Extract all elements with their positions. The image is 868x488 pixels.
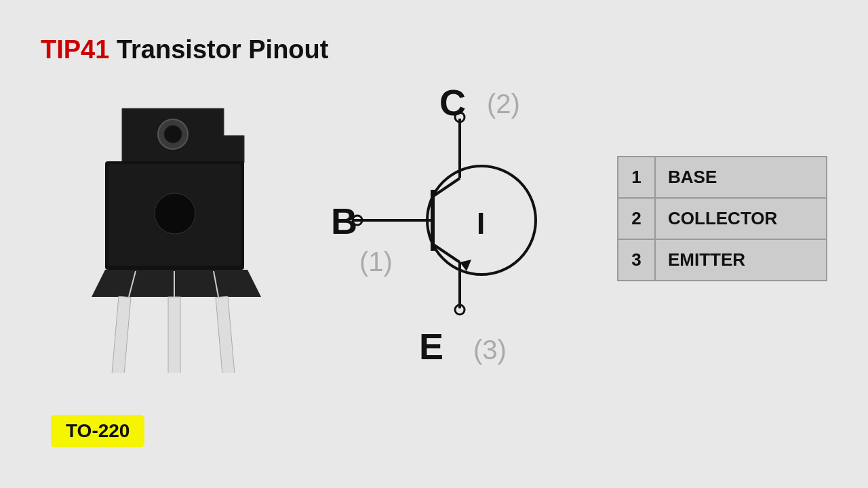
transistor-illustration: 1 2 3 bbox=[27, 88, 285, 373]
pin-name: EMITTER bbox=[655, 239, 827, 281]
title-highlight: TIP41 bbox=[41, 35, 109, 64]
svg-text:E: E bbox=[419, 326, 443, 367]
svg-text:I: I bbox=[477, 207, 485, 240]
table-row: 2COLLECTOR bbox=[618, 198, 827, 239]
page-title: TIP41 Transistor Pinout bbox=[41, 35, 328, 64]
pin-name: BASE bbox=[655, 157, 827, 198]
svg-text:(3): (3) bbox=[473, 335, 507, 365]
svg-rect-7 bbox=[111, 296, 131, 373]
pin-number: 1 bbox=[618, 157, 655, 198]
svg-text:C: C bbox=[439, 82, 466, 123]
table-row: 1BASE bbox=[618, 157, 827, 198]
pin-table: 1BASE2COLLECTOR3EMITTER bbox=[617, 156, 827, 281]
svg-text:(1): (1) bbox=[359, 247, 393, 277]
svg-rect-8 bbox=[168, 297, 180, 373]
pin-number: 3 bbox=[618, 239, 655, 281]
svg-point-5 bbox=[155, 193, 195, 234]
package-badge: TO-220 bbox=[51, 415, 144, 447]
svg-rect-9 bbox=[216, 296, 235, 373]
svg-text:(2): (2) bbox=[487, 89, 520, 119]
table-row: 3EMITTER bbox=[618, 239, 827, 281]
pin-number: 2 bbox=[618, 198, 655, 239]
svg-point-2 bbox=[164, 125, 182, 143]
pin-name: COLLECTOR bbox=[655, 198, 827, 239]
svg-marker-6 bbox=[92, 270, 261, 297]
title-normal: Transistor Pinout bbox=[109, 35, 328, 64]
transistor-symbol: C (2) B (1) E (3) I bbox=[319, 78, 604, 417]
